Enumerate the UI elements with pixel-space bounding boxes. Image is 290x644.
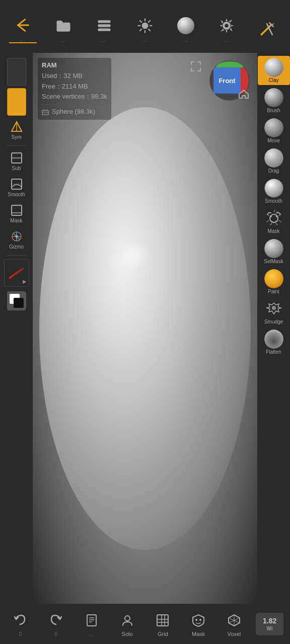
- smooth-tool-label: Smooth: [265, 198, 282, 204]
- folder-tool-dots: ...: [61, 38, 66, 43]
- mesh-name: Sphere (98.3k): [52, 107, 95, 117]
- smooth-left-tool-button[interactable]: Smooth: [2, 176, 32, 199]
- smudge-icon: [264, 299, 283, 318]
- sub-tool-button[interactable]: Sub: [2, 149, 32, 173]
- left-divider-1: [7, 145, 27, 146]
- brush-tool-button[interactable]: Brush: [258, 86, 290, 115]
- frame-button[interactable]: [190, 60, 202, 75]
- redo-button[interactable]: 0: [42, 611, 70, 637]
- bw-color-swatch[interactable]: [7, 291, 26, 310]
- svg-line-12: [139, 29, 142, 31]
- solo-button[interactable]: Solo: [113, 611, 141, 637]
- right-sidebar: Clay Brush Move Drag Smooth: [257, 53, 290, 604]
- dark-color-swatch[interactable]: [7, 58, 26, 86]
- smudge-tool-label: Smudge: [264, 319, 283, 325]
- back-tool-dots: ...: [20, 37, 26, 42]
- home-button[interactable]: [238, 88, 250, 103]
- settings-tool-button[interactable]: ...: [212, 15, 240, 43]
- voxel-button[interactable]: Voxel: [220, 611, 248, 637]
- left-divider-2: [7, 255, 27, 256]
- svg-point-51: [199, 619, 201, 621]
- settings-tool-dots: ...: [224, 38, 229, 43]
- grid-label: Grid: [158, 631, 168, 637]
- bottom-toolbar: 0 0 ... Solo: [0, 604, 290, 644]
- grid-button[interactable]: Grid: [149, 611, 177, 637]
- left-sidebar: Sym Sub Smooth Mask: [0, 53, 33, 604]
- move-tool-button[interactable]: Move: [258, 116, 290, 145]
- ram-used: Used：32 MB: [42, 71, 107, 82]
- svg-rect-26: [12, 205, 22, 215]
- svg-point-31: [15, 235, 18, 238]
- svg-rect-2: [98, 24, 111, 27]
- svg-point-39: [272, 306, 276, 310]
- svg-rect-1: [98, 20, 111, 23]
- light-tool-button[interactable]: ...: [131, 15, 159, 43]
- mask-icon: [264, 209, 283, 228]
- scene-vertices: Scene vertices：98.3k: [42, 92, 107, 102]
- tools-tool-button[interactable]: [253, 19, 281, 40]
- brush-tool-label: Brush: [267, 108, 280, 113]
- clay-tool-label: Clay: [268, 77, 278, 83]
- flatten-tool-button[interactable]: Flatten: [258, 328, 290, 357]
- voxel-label: Voxel: [227, 631, 241, 637]
- material-tool-button[interactable]: ...: [172, 15, 199, 43]
- ram-free: Free：2114 MB: [42, 82, 107, 92]
- sub-tool-label: Sub: [12, 166, 21, 171]
- doc-dots: ...: [89, 631, 94, 637]
- value-button[interactable]: 1.82 Wi: [256, 613, 283, 635]
- mask-bottom-label: Mask: [192, 631, 205, 637]
- paint-tool-button[interactable]: Paint: [258, 267, 290, 296]
- smooth-tool-button[interactable]: Smooth: [258, 177, 290, 206]
- drag-tool-button[interactable]: Drag: [258, 146, 290, 176]
- move-icon: [264, 118, 283, 137]
- undo-button[interactable]: 0: [7, 611, 34, 637]
- layers-tool-button[interactable]: ...: [91, 15, 118, 43]
- viewport[interactable]: [33, 53, 257, 604]
- selmask-tool-label: SelMask: [264, 259, 283, 264]
- gizmo-tool-button[interactable]: Gizmo: [2, 228, 32, 252]
- svg-line-11: [148, 20, 151, 23]
- mask-left-tool-label: Mask: [11, 218, 23, 223]
- ram-title: RAM: [42, 60, 107, 71]
- svg-line-10: [148, 29, 151, 31]
- undo-counter: 0: [19, 631, 22, 637]
- clay-tool-button[interactable]: Clay: [258, 56, 290, 85]
- svg-point-38: [276, 215, 278, 217]
- svg-rect-45: [157, 615, 168, 626]
- back-tool-button[interactable]: ...: [9, 15, 37, 43]
- sym-tool-button[interactable]: Sym: [2, 118, 32, 142]
- mask-left-tool-button[interactable]: Mask: [2, 202, 32, 225]
- paint-tool-label: Paint: [268, 289, 279, 294]
- svg-point-4: [142, 23, 149, 29]
- flatten-icon: [264, 330, 283, 349]
- material-tool-dots: ...: [183, 38, 189, 43]
- mask-bottom-button[interactable]: Mask: [185, 611, 212, 637]
- layers-tool-dots: ...: [102, 38, 107, 43]
- stroke-arrow: ▶: [23, 279, 27, 284]
- stroke-preview: [9, 267, 24, 279]
- yellow-color-swatch[interactable]: [7, 88, 26, 116]
- drag-tool-label: Drag: [268, 168, 279, 174]
- brush-icon: [264, 88, 283, 107]
- folder-tool-button[interactable]: ...: [50, 15, 78, 43]
- selmask-tool-button[interactable]: SelMask: [258, 237, 290, 266]
- top-toolbar: ... ... ...: [0, 0, 290, 53]
- svg-point-15: [225, 24, 228, 27]
- smooth-left-tool-label: Smooth: [8, 192, 25, 197]
- paint-icon: [264, 269, 283, 288]
- svg-line-9: [139, 20, 142, 23]
- doc-button[interactable]: ...: [78, 611, 105, 637]
- svg-rect-40: [87, 615, 96, 626]
- orient-front: Front: [213, 67, 241, 94]
- smudge-tool-button[interactable]: Smudge: [258, 297, 290, 327]
- redo-counter: 0: [54, 631, 57, 637]
- move-tool-label: Move: [267, 138, 279, 143]
- sphere-mesh: [39, 107, 251, 550]
- sym-tool-label: Sym: [12, 134, 22, 140]
- mask-tool-button[interactable]: Mask: [258, 207, 290, 236]
- stroke-selector[interactable]: ▶: [4, 259, 29, 287]
- svg-point-37: [270, 215, 272, 217]
- value-label: 1.82: [263, 617, 276, 625]
- svg-point-44: [125, 616, 130, 621]
- smooth-icon: [264, 179, 283, 198]
